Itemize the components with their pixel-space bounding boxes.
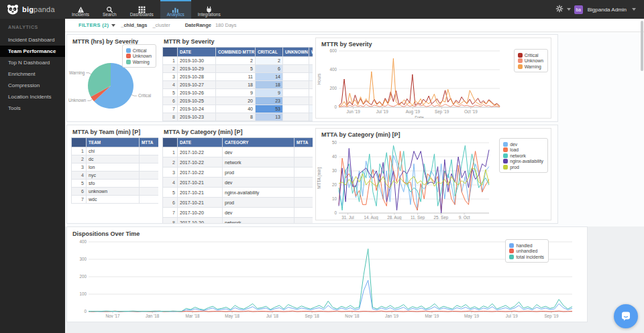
legend-item-critical[interactable]: Critical	[126, 48, 152, 53]
column-header-mtta[interactable]: MTTA	[294, 138, 313, 147]
column-header-team[interactable]: TEAM	[87, 138, 140, 147]
mtta-category-table: DATECATEGORYMTTA12017-10-22dev3322017-10…	[162, 137, 313, 223]
scrollbar-thumb[interactable]	[641, 21, 643, 71]
column-header-category[interactable]: CATEGORY	[223, 138, 294, 147]
table-cell: prod	[223, 198, 294, 208]
legend-label: Unknown	[133, 54, 152, 58]
sidebar-item-location-incidents[interactable]: Location Incidents	[0, 91, 65, 103]
legend-swatch	[503, 142, 508, 147]
legend-item-critical[interactable]: Critical	[518, 53, 543, 58]
filters-chevron-down-icon[interactable]	[111, 24, 115, 27]
svg-text:31. Jul: 31. Jul	[341, 215, 354, 220]
table-cell	[283, 81, 309, 89]
svg-text:25. Sep: 25. Sep	[433, 215, 448, 220]
filter-chip-cluster[interactable]: _cluster	[152, 22, 170, 28]
legend-label: Warning	[133, 60, 150, 64]
svg-text:Aug '19: Aug '19	[406, 109, 421, 115]
column-header-combined-mttr[interactable]: COMBINED MTTR	[216, 48, 256, 57]
table-cell: dev	[223, 178, 294, 188]
tab-search[interactable]: Search	[96, 0, 123, 19]
filters-toggle[interactable]: FILTERS (2)	[78, 22, 109, 28]
column-header-critical[interactable]: CRITICAL	[256, 48, 283, 57]
tab-analytics[interactable]: Analytics	[160, 0, 191, 19]
user-menu-chevron-down-icon[interactable]	[632, 8, 636, 11]
legend-item-total-incidents[interactable]: total incidents	[509, 255, 544, 259]
table-cell: 18	[216, 81, 256, 89]
settings-gear-icon[interactable]	[555, 3, 564, 15]
table-cell: 0	[309, 97, 313, 105]
legend-label: handled	[516, 243, 532, 248]
tab-label: Search	[103, 12, 117, 17]
tab-incidents[interactable]: Incidents	[65, 0, 96, 19]
dispositions-title: Dispositions Over Time	[67, 227, 587, 238]
svg-text:Nov '17: Nov '17	[105, 314, 120, 318]
table-cell: prod	[223, 168, 294, 178]
table-row: 52017-10-21nginx-availability45	[163, 188, 313, 198]
tab-integrations[interactable]: Integrations	[191, 0, 227, 19]
row-index: 4	[72, 172, 87, 180]
legend-item-handled[interactable]: handled	[509, 243, 544, 248]
legend-item-unknown[interactable]: Unknown	[126, 54, 152, 58]
legend-item-nginx-availability[interactable]: nginx-availability	[503, 159, 543, 163]
column-header-date[interactable]: DATE	[178, 48, 216, 57]
legend-item-prod[interactable]: prod	[503, 165, 543, 170]
column-header-unknown[interactable]: UNKNOWN	[283, 48, 309, 57]
row-index: 6	[163, 198, 178, 208]
table-cell: 21	[294, 168, 313, 178]
legend-item-unknown[interactable]: Unknown	[518, 58, 543, 63]
mttr-chart-legend: CriticalUnknownWarning	[514, 49, 548, 72]
svg-text:14. Aug: 14. Aug	[364, 215, 378, 220]
sidebar-item-tools[interactable]: Tools	[0, 103, 65, 114]
legend-item-unhandled[interactable]: unhandled	[509, 249, 544, 253]
main-nav-tabs: IncidentsSearchDashboardsAnalyticsIntegr…	[65, 0, 227, 19]
sidebar-item-incident-dashboard[interactable]: Incident Dashboard	[0, 34, 65, 46]
legend-item-warning[interactable]: Warning	[126, 60, 152, 64]
analytics-sidebar: ANALYTICS Incident DashboardTeam Perform…	[0, 19, 65, 333]
svg-text:Jan '19: Jan '19	[385, 314, 399, 318]
tab-dashboards[interactable]: Dashboards	[123, 0, 160, 19]
table-cell: 2	[309, 105, 313, 113]
row-index: 9	[163, 121, 178, 122]
legend-item-load[interactable]: load	[503, 147, 543, 152]
corner-header-cell	[163, 48, 178, 57]
table-cell: 19	[294, 198, 313, 208]
table-cell	[283, 73, 309, 81]
table-cell: unknown	[87, 188, 140, 196]
bigpanda-logo[interactable]: bigpanda	[0, 0, 65, 19]
mtta-row-panel: MTTA by Team (min) [P] TEAMMTTA1chi232dc…	[66, 125, 558, 224]
legend-item-network[interactable]: network	[503, 153, 543, 158]
table-cell: 2019-10-25	[178, 97, 216, 105]
table-cell: network	[223, 157, 294, 168]
chat-support-button[interactable]	[614, 304, 638, 328]
legend-swatch	[518, 53, 523, 58]
svg-text:0: 0	[334, 105, 337, 109]
daterange-value[interactable]: 180 Days	[215, 22, 237, 28]
sidebar-item-compression[interactable]: Compression	[0, 80, 65, 91]
table-row: 22019-10-29561	[163, 65, 313, 73]
legend-swatch	[518, 64, 523, 69]
legend-swatch	[509, 255, 514, 259]
column-header-mtta[interactable]: MTTA	[140, 138, 159, 147]
row-index: 3	[72, 163, 87, 172]
table-row: 1chi23	[72, 147, 159, 155]
filter-chip-chld_tags[interactable]: _chld_tags	[121, 22, 147, 28]
sidebar-item-team-performance[interactable]: Team Performance	[0, 46, 65, 57]
sidebar-item-top-n-dashboard[interactable]: Top N Dashboard	[0, 57, 65, 68]
column-header-date[interactable]: DATE	[178, 138, 223, 147]
table-cell: 2	[309, 73, 313, 81]
legend-item-dev[interactable]: dev	[503, 142, 543, 147]
column-header-warning[interactable]: WARNING	[309, 48, 313, 57]
user-avatar[interactable]: ba	[574, 5, 583, 14]
table-cell: dev	[223, 147, 294, 157]
table-cell: 20	[216, 97, 256, 105]
settings-chevron-down-icon[interactable]	[567, 8, 571, 11]
table-cell: 2019-10-28	[178, 73, 216, 81]
user-name[interactable]: Bigpanda Admin	[588, 7, 627, 13]
legend-item-warning[interactable]: Warning	[518, 64, 543, 69]
mttr-pie-widget: MTTR (hrs) by Severity CriticalUnknownWa…	[67, 35, 158, 121]
sidebar-item-enrichment[interactable]: Enrichment	[0, 68, 65, 80]
chat-bubble-icon	[620, 310, 632, 322]
svg-text:300: 300	[79, 257, 87, 261]
row-index: 6	[163, 97, 178, 105]
filter-bar: FILTERS (2) _chld_tags_cluster DateRange…	[65, 19, 644, 32]
